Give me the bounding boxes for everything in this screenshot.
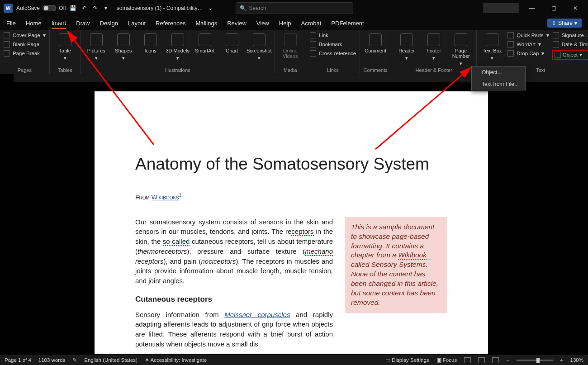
zoom-in-button[interactable]: + [560, 357, 563, 363]
print-layout-icon[interactable] [478, 357, 485, 363]
datetime-icon [553, 41, 559, 47]
tab-file[interactable]: File [6, 18, 16, 28]
quick-parts-button[interactable]: Quick Parts▾ [507, 32, 550, 39]
chart-icon [226, 33, 238, 46]
close-button[interactable]: ✕ [566, 1, 584, 15]
group-media: Online Videos Media [275, 30, 306, 74]
chevron-down-icon: ▾ [258, 55, 261, 61]
chevron-down-icon: ▾ [64, 55, 66, 61]
chevron-down-icon: ▾ [546, 32, 549, 38]
link-button[interactable]: Link [309, 32, 357, 39]
shapes-icon [117, 33, 130, 46]
toggle-switch[interactable] [43, 5, 56, 11]
smartart-button[interactable]: SmartArt [192, 32, 218, 53]
pictures-button[interactable]: Pictures▾ [84, 32, 109, 61]
screenshot-button[interactable]: Screenshot▾ [247, 32, 272, 61]
tab-references[interactable]: References [156, 18, 185, 28]
wordart-button[interactable]: WordArt▾ [507, 41, 550, 48]
tab-view[interactable]: View [256, 18, 269, 28]
web-layout-icon[interactable] [492, 357, 499, 363]
zoom-slider[interactable] [517, 360, 553, 361]
qat-more-icon[interactable]: ▾ [102, 5, 109, 12]
chart-button[interactable]: Chart [219, 32, 245, 53]
group-label: Illustrations [84, 66, 272, 73]
chevron-down-icon: ▾ [95, 55, 98, 61]
footnote-ref[interactable]: 1 [179, 193, 182, 198]
spellcheck-icon[interactable]: ✎ [72, 357, 77, 363]
document-title: somatosensory (1) - Compatibility… [117, 5, 203, 11]
group-illustrations: Pictures▾ Shapes▾ Icons 3D Models▾ Smart… [81, 30, 275, 74]
page-indicator[interactable]: Page 1 of 4 [5, 357, 31, 363]
undo-icon[interactable]: ↶ [81, 5, 88, 12]
tab-acrobat[interactable]: Acrobat [301, 18, 322, 28]
language-indicator[interactable]: English (United States) [84, 357, 138, 363]
tab-pdfelement[interactable]: PDFelement [331, 18, 364, 28]
chevron-down-icon: ▾ [432, 55, 435, 61]
wikibooks-link[interactable]: Wikibooks [152, 194, 179, 201]
chevron-down-icon: ▾ [43, 32, 46, 38]
object-button[interactable]: Object▾ [552, 50, 588, 60]
3d-models-icon [171, 33, 184, 46]
bookmark-button[interactable]: Bookmark [309, 41, 357, 48]
redo-icon[interactable]: ↷ [91, 5, 99, 12]
comment-button[interactable]: Comment [363, 32, 388, 53]
tab-draw[interactable]: Draw [76, 18, 90, 28]
search-placeholder: Search [249, 5, 266, 11]
quick-parts-icon [507, 32, 514, 38]
icons-button[interactable]: Icons [138, 32, 163, 53]
text-box-icon [486, 33, 498, 46]
autosave-toggle[interactable]: AutoSave Off [16, 5, 66, 11]
document-canvas[interactable]: Anatomy of the Somatosensory System From… [0, 82, 588, 354]
title-dropdown-icon[interactable]: ⌄ [207, 5, 214, 12]
shapes-button[interactable]: Shapes▾ [111, 32, 136, 61]
tab-insert[interactable]: Insert [52, 18, 66, 29]
group-label: Pages [3, 66, 47, 73]
maximize-button[interactable]: ▢ [545, 1, 563, 15]
account-area[interactable] [483, 3, 519, 13]
word-count[interactable]: 1103 words [38, 357, 65, 363]
signature-line-button[interactable]: Signature Line▾ [552, 32, 588, 39]
page-number-button[interactable]: Page Number▾ [448, 32, 474, 66]
meissner-link[interactable]: Meissner corpuscles [224, 311, 290, 318]
page-break-icon [4, 50, 10, 57]
page[interactable]: Anatomy of the Somatosensory System From… [95, 91, 488, 354]
blank-page-button[interactable]: Blank Page [3, 41, 47, 48]
chevron-down-icon: ▾ [122, 55, 125, 61]
chevron-down-icon: ▾ [405, 55, 408, 61]
cover-page-button[interactable]: Cover Page▾ [3, 32, 47, 39]
zoom-out-button[interactable]: − [506, 357, 509, 363]
tab-help[interactable]: Help [279, 18, 291, 28]
page-break-button[interactable]: Page Break [3, 50, 47, 57]
search-input[interactable]: 🔍 Search [236, 2, 353, 14]
menu-item-object[interactable]: Object... [472, 66, 525, 78]
accessibility-status[interactable]: ✶ Accessibility: Investigate [145, 357, 207, 363]
read-mode-icon[interactable] [464, 357, 471, 363]
tab-layout[interactable]: Layout [128, 18, 146, 28]
focus-mode-button[interactable]: ▣ Focus [436, 357, 457, 363]
tab-home[interactable]: Home [26, 18, 42, 28]
header-button[interactable]: Header▾ [394, 32, 419, 61]
save-icon[interactable]: 💾 [70, 5, 77, 12]
3d-models-button[interactable]: 3D Models▾ [165, 32, 190, 61]
display-settings-button[interactable]: ▭ Display Settings [385, 357, 429, 363]
subheading: Cutaneous receptors [135, 294, 333, 305]
tab-mailings[interactable]: Mailings [196, 18, 218, 28]
text-box-button[interactable]: Text Box▾ [479, 32, 505, 61]
group-label: Media [278, 66, 303, 73]
zoom-level[interactable]: 130% [570, 357, 583, 363]
drop-cap-button[interactable]: Drop Cap▾ [507, 50, 550, 57]
chevron-down-icon: ▾ [579, 52, 582, 58]
tab-design[interactable]: Design [100, 18, 118, 28]
tab-review[interactable]: Review [227, 18, 247, 28]
minimize-button[interactable]: — [523, 1, 541, 15]
menu-item-text-from-file[interactable]: Text from File... [472, 78, 525, 90]
share-icon: ⇪ [552, 20, 556, 26]
group-comments: Comment Comments [360, 30, 391, 74]
share-button[interactable]: ⇪ Share ▾ [547, 19, 582, 28]
video-icon [284, 33, 297, 46]
table-button[interactable]: Table▾ [52, 32, 78, 61]
date-time-button[interactable]: Date & Time [552, 41, 588, 48]
cross-reference-button[interactable]: Cross-reference [309, 50, 357, 57]
document-heading: Anatomy of the Somatosensory System [135, 155, 447, 174]
footer-button[interactable]: Footer▾ [421, 32, 446, 61]
